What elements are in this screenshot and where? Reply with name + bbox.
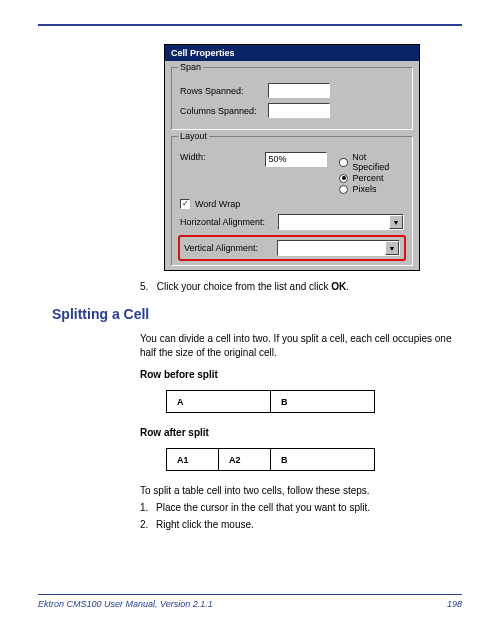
- cell-a2: A2: [219, 449, 271, 471]
- radio-label: Not Specified: [352, 152, 404, 172]
- cell-b: B: [271, 449, 375, 471]
- step-number: 2.: [140, 519, 156, 530]
- cell-a: A: [167, 391, 271, 413]
- radio-not-specified[interactable]: Not Specified: [339, 152, 404, 172]
- section-heading: Splitting a Cell: [52, 306, 462, 322]
- chevron-down-icon: ▼: [385, 241, 399, 255]
- layout-group: Layout Width: 50% Not Specified Percent: [171, 136, 413, 266]
- cols-spanned-input[interactable]: [268, 103, 330, 118]
- valign-label: Vertical Alignment:: [184, 243, 277, 253]
- dialog-titlebar: Cell Properties: [165, 45, 419, 61]
- width-label: Width:: [180, 152, 265, 162]
- radio-icon: [339, 185, 348, 194]
- radio-percent[interactable]: Percent: [339, 173, 404, 183]
- radio-icon: [339, 174, 348, 183]
- wordwrap-label: Word Wrap: [195, 199, 240, 209]
- table-after-split: A1 A2 B: [166, 448, 375, 471]
- step-text: Click your choice from the list and clic…: [157, 281, 332, 292]
- halign-label: Horizontal Alignment:: [180, 217, 278, 227]
- steps-block: To split a table cell into two cells, fo…: [140, 485, 462, 530]
- table-row: A B: [167, 391, 375, 413]
- radio-icon: [339, 158, 348, 167]
- chevron-down-icon: ▼: [389, 215, 403, 229]
- cols-spanned-label: Columns Spanned:: [180, 106, 268, 116]
- radio-label: Percent: [352, 173, 383, 183]
- layout-legend: Layout: [178, 131, 209, 141]
- step-text: Place the cursor in the cell that you wa…: [156, 502, 370, 513]
- width-input[interactable]: 50%: [265, 152, 327, 167]
- footer-page-number: 198: [447, 599, 462, 609]
- top-rule: [38, 24, 462, 26]
- step-number: 5.: [140, 281, 154, 292]
- step-text: Right click the mouse.: [156, 519, 254, 530]
- valign-highlight: Vertical Alignment: ▼: [178, 235, 406, 261]
- span-group: Span Rows Spanned: Columns Spanned:: [171, 67, 413, 130]
- step-5: 5. Click your choice from the list and c…: [140, 281, 462, 292]
- table-row: A1 A2 B: [167, 449, 375, 471]
- step-2: 2. Right click the mouse.: [140, 519, 462, 530]
- rows-spanned-input[interactable]: [268, 83, 330, 98]
- footer-left: Ektron CMS100 User Manual, Version 2.1.1: [38, 599, 213, 609]
- steps-intro: To split a table cell into two cells, fo…: [140, 485, 462, 496]
- after-split-label: Row after split: [140, 427, 462, 438]
- halign-dropdown[interactable]: ▼: [278, 214, 404, 230]
- paragraph: You can divide a cell into two. If you s…: [140, 332, 452, 359]
- ok-bold: OK: [331, 281, 346, 292]
- before-split-label: Row before split: [140, 369, 462, 380]
- valign-dropdown[interactable]: ▼: [277, 240, 400, 256]
- radio-label: Pixels: [352, 184, 376, 194]
- step-1: 1. Place the cursor in the cell that you…: [140, 502, 462, 513]
- table-before-split: A B: [166, 390, 375, 413]
- dialog-screenshot: Cell Properties Span Rows Spanned: Colum…: [164, 44, 462, 271]
- wordwrap-checkbox[interactable]: ✓: [180, 199, 190, 209]
- step-number: 1.: [140, 502, 156, 513]
- cell-a1: A1: [167, 449, 219, 471]
- cell-b: B: [271, 391, 375, 413]
- span-legend: Span: [178, 62, 203, 72]
- rows-spanned-label: Rows Spanned:: [180, 86, 268, 96]
- page-footer: Ektron CMS100 User Manual, Version 2.1.1…: [38, 594, 462, 609]
- radio-pixels[interactable]: Pixels: [339, 184, 404, 194]
- step-text-end: .: [346, 281, 349, 292]
